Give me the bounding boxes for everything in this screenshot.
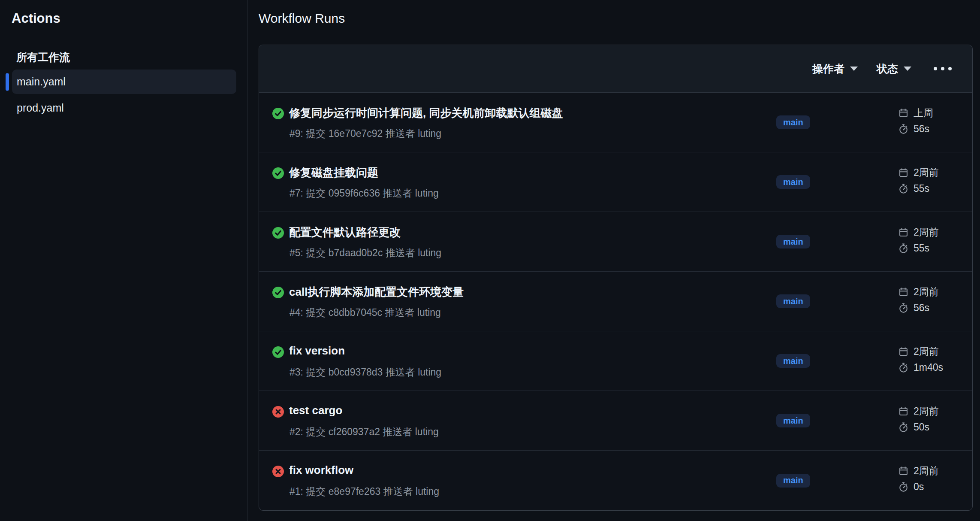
check-circle-icon — [272, 108, 284, 119]
actor-filter-label: 操作者 — [812, 62, 844, 76]
run-duration-line: 0s — [898, 481, 939, 493]
run-status-icon — [272, 466, 284, 477]
run-status-icon — [272, 227, 284, 239]
run-duration: 56s — [914, 123, 929, 135]
run-meta: 2周前 1m40s — [898, 345, 943, 373]
run-title-link[interactable]: 修复磁盘挂载问题 — [289, 165, 378, 180]
calendar-icon — [898, 406, 909, 417]
run-date-line: 2周前 — [898, 285, 939, 299]
status-filter-label: 状态 — [877, 62, 898, 76]
workflow-run-row: test cargo #2: 提交 cf260937a2 推送者 luting … — [259, 391, 972, 451]
run-commit-info: #9: 提交 16e70e7c92 推送者 luting — [289, 127, 441, 140]
workflow-run-row: 修复磁盘挂载问题 #7: 提交 0959f6c636 推送者 luting ma… — [259, 152, 972, 212]
run-title-link[interactable]: fix workflow — [289, 463, 353, 477]
runs-filter-toolbar: 操作者 状态 — [259, 45, 972, 93]
branch-badge[interactable]: main — [776, 414, 810, 427]
run-meta: 2周前 50s — [898, 405, 939, 433]
calendar-icon — [898, 287, 909, 297]
check-circle-icon — [272, 167, 284, 179]
run-date-line: 2周前 — [898, 464, 939, 478]
run-date: 2周前 — [914, 464, 939, 478]
branch-badge[interactable]: main — [776, 354, 810, 368]
run-status-icon — [272, 287, 284, 298]
sidebar-item-prod-yaml[interactable]: prod.yaml — [12, 96, 236, 120]
branch-badge[interactable]: main — [776, 474, 810, 488]
run-duration: 55s — [914, 242, 929, 254]
branch-badge[interactable]: main — [776, 235, 810, 248]
run-duration: 50s — [914, 421, 929, 433]
calendar-icon — [898, 466, 909, 476]
sidebar-item-label: main.yaml — [17, 76, 66, 88]
run-date-line: 上周 — [898, 106, 933, 120]
sidebar-item-main-yaml[interactable]: main.yaml — [12, 70, 236, 94]
run-title-link[interactable]: 修复同步运行时间计算问题, 同步关机前卸载默认组磁盘 — [289, 106, 563, 121]
workflow-run-row: 修复同步运行时间计算问题, 同步关机前卸载默认组磁盘 #9: 提交 16e70e… — [259, 93, 972, 152]
branch-badge[interactable]: main — [776, 115, 810, 129]
run-duration: 55s — [914, 183, 929, 194]
run-duration-line: 56s — [898, 302, 939, 314]
workflow-run-row: fix workflow #1: 提交 e8e97fe263 推送者 lutin… — [259, 451, 972, 510]
run-date-line: 2周前 — [898, 345, 943, 358]
stopwatch-icon — [898, 124, 909, 134]
run-duration-line: 56s — [898, 123, 933, 135]
run-commit-info: #5: 提交 b7daad0b2c 推送者 luting — [289, 246, 441, 260]
actor-filter-dropdown[interactable]: 操作者 — [803, 58, 867, 80]
check-circle-icon — [272, 227, 284, 239]
stopwatch-icon — [898, 422, 909, 433]
sidebar-title: Actions — [12, 11, 247, 26]
run-date-line: 2周前 — [898, 166, 939, 179]
stopwatch-icon — [898, 482, 909, 492]
run-date: 2周前 — [914, 166, 939, 179]
run-duration: 56s — [914, 302, 929, 314]
run-title-link[interactable]: call执行脚本添加配置文件环境变量 — [289, 285, 464, 300]
stopwatch-icon — [898, 183, 909, 194]
workflow-runs-panel: 操作者 状态 修复同步运行时间计算问题, — [259, 45, 973, 511]
run-meta: 2周前 56s — [898, 285, 939, 314]
run-commit-info: #2: 提交 cf260937a2 推送者 luting — [289, 425, 439, 439]
run-title-link[interactable]: fix version — [289, 344, 345, 357]
run-commit-info: #4: 提交 c8dbb7045c 推送者 luting — [289, 306, 441, 319]
run-date: 2周前 — [914, 405, 939, 418]
run-date: 2周前 — [914, 285, 939, 299]
run-status-icon — [272, 167, 284, 179]
workflow-run-row: fix version #3: 提交 b0cd9378d3 推送者 luting… — [259, 331, 972, 391]
kebab-horizontal-icon — [941, 67, 944, 70]
all-workflows-link[interactable]: 所有工作流 — [16, 50, 247, 64]
calendar-icon — [898, 227, 909, 238]
workflow-runs-main: Workflow Runs 操作者 状态 — [247, 0, 980, 521]
run-meta: 上周 56s — [898, 106, 933, 135]
stopwatch-icon — [898, 303, 909, 313]
run-date: 上周 — [914, 106, 933, 120]
more-options-button[interactable] — [929, 61, 956, 76]
run-duration: 0s — [914, 481, 924, 493]
run-title-link[interactable]: test cargo — [289, 404, 342, 417]
run-status-icon — [272, 346, 284, 358]
check-circle-icon — [272, 287, 284, 298]
workflow-runs-list: 修复同步运行时间计算问题, 同步关机前卸载默认组磁盘 #9: 提交 16e70e… — [259, 93, 972, 510]
calendar-icon — [898, 346, 909, 357]
run-duration-line: 55s — [898, 242, 939, 254]
run-meta: 2周前 55s — [898, 226, 939, 254]
run-duration-line: 1m40s — [898, 362, 943, 373]
run-date-line: 2周前 — [898, 405, 939, 418]
run-commit-info: #1: 提交 e8e97fe263 推送者 luting — [289, 485, 439, 498]
run-date: 2周前 — [914, 345, 939, 358]
stopwatch-icon — [898, 243, 909, 254]
x-circle-icon — [272, 466, 284, 477]
chevron-down-icon — [850, 67, 858, 71]
run-duration: 1m40s — [914, 362, 943, 373]
sidebar-item-label: prod.yaml — [17, 102, 64, 114]
run-date-line: 2周前 — [898, 226, 939, 239]
run-meta: 2周前 0s — [898, 464, 939, 493]
calendar-icon — [898, 167, 909, 178]
branch-badge[interactable]: main — [776, 175, 810, 189]
branch-badge[interactable]: main — [776, 294, 810, 308]
check-circle-icon — [272, 346, 284, 358]
workflow-run-row: call执行脚本添加配置文件环境变量 #4: 提交 c8dbb7045c 推送者… — [259, 272, 972, 331]
run-title-link[interactable]: 配置文件默认路径更改 — [289, 225, 401, 240]
run-duration-line: 55s — [898, 183, 939, 194]
status-filter-dropdown[interactable]: 状态 — [867, 58, 921, 80]
workflow-nav-list: main.yaml prod.yaml — [0, 70, 247, 120]
run-duration-line: 50s — [898, 421, 939, 433]
run-meta: 2周前 55s — [898, 166, 939, 194]
